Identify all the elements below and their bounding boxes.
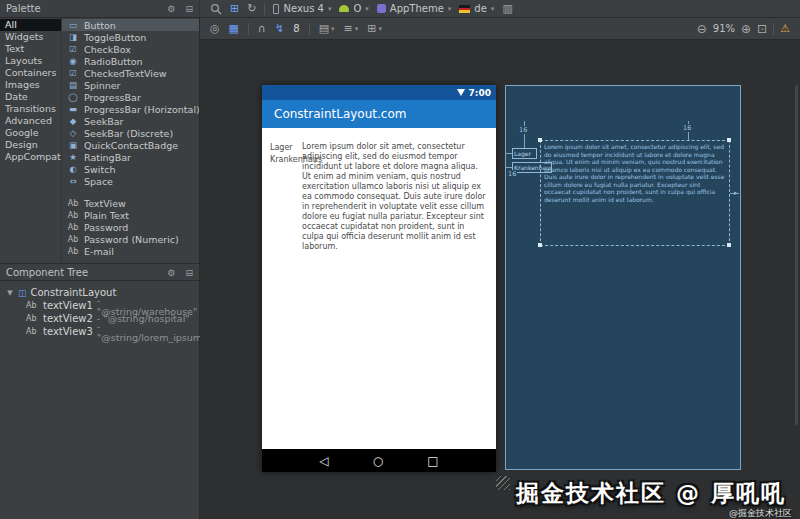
palette-widget-email[interactable]: Ab E-mail — [62, 245, 199, 257]
design-view-phone[interactable]: 7:00 ConstraintLayout.com Lager Krankenh… — [262, 85, 496, 472]
theme-selector[interactable]: AppTheme ▾ — [377, 3, 452, 14]
pack-menu[interactable]: ⊞ ▾ — [367, 23, 382, 34]
component-tree-hide-icon[interactable]: ⊟ — [185, 268, 193, 278]
palette-title: Palette — [6, 3, 41, 14]
design-options-toolbar: ⊞ ↻ Nexus 4 ▾ O ▾ AppTheme ▾ de ▾ — [200, 0, 800, 17]
palette-category-containers[interactable]: Containers — [0, 67, 61, 79]
widget-label: Button — [84, 20, 116, 31]
back-icon[interactable]: ◁ — [319, 455, 328, 467]
palette-widget-spinner[interactable]: ▤ Spinner — [62, 79, 199, 91]
zoom-in-icon[interactable]: ⊕ — [741, 22, 751, 36]
palette-category-appcompat[interactable]: AppCompat — [0, 151, 61, 163]
magnet-icon[interactable]: ∩ — [258, 23, 266, 34]
watermark-subtext: @掘金技术社区 — [729, 507, 792, 519]
palette-widget-progressbar[interactable]: ◯ ProgressBar — [62, 91, 199, 103]
chevron-down-icon: ▾ — [491, 5, 495, 13]
widget-label: RatingBar — [84, 152, 131, 163]
constraintlayout-icon: ◫ — [18, 288, 27, 298]
component-tree: ▼ ◫ ConstraintLayout Ab textView1 - "@st… — [0, 281, 199, 338]
palette-widget-ratingbar[interactable]: ★ RatingBar — [62, 151, 199, 163]
recents-icon[interactable]: □ — [427, 455, 438, 467]
palette-widget-quickcontactbadge[interactable]: ▣ QuickContactBadge — [62, 139, 199, 151]
palette-group-gap — [62, 187, 199, 197]
layout-variant-icon[interactable]: ▥ — [502, 3, 512, 14]
margin-label-top-right: 16 — [682, 124, 692, 132]
palette-categories: All Widgets Text Layouts Containers Imag… — [0, 18, 62, 263]
blueprint-textview-warehouse[interactable]: Lager — [512, 148, 537, 159]
default-margin-value[interactable]: 8 — [293, 23, 299, 34]
palette-minimize-icon[interactable]: ⊟ — [185, 4, 193, 14]
status-time: 7:00 — [469, 88, 491, 98]
warnings-icon[interactable]: ⚠ — [780, 22, 790, 35]
blueprint-view[interactable]: 16 16 16 ▸ Lager Krankenhaus Lorem ipsum… — [505, 85, 741, 470]
tree-node-textview1[interactable]: Ab textView1 - "@string/warehouse" — [6, 299, 199, 312]
align-menu[interactable]: ≡ ▾ — [344, 23, 359, 34]
textview-warehouse[interactable]: Lager — [270, 143, 293, 152]
palette-category-transitions[interactable]: Transitions — [0, 103, 61, 115]
widget-label: CheckedTextView — [84, 68, 167, 79]
palette-widget-checkbox[interactable]: ☑ CheckBox — [62, 43, 199, 55]
orientation-icon[interactable]: ↻ — [247, 3, 256, 14]
palette-widget-textview[interactable]: Ab TextView — [62, 197, 199, 209]
palette-category-design[interactable]: Design — [0, 139, 61, 151]
palette-widget-password[interactable]: Ab Password — [62, 221, 199, 233]
search-icon[interactable] — [210, 3, 222, 15]
palette-widget-space[interactable]: ⇔ Space — [62, 175, 199, 187]
guidelines-menu[interactable]: ▤ ▾ — [319, 23, 335, 34]
palette-widget-radiobutton[interactable]: ◉ RadioButton — [62, 55, 199, 67]
palette-widget-seekbar[interactable]: ◆ SeekBar — [62, 115, 199, 127]
widget-label: Spinner — [84, 80, 121, 91]
palette-category-all[interactable]: All — [0, 19, 61, 31]
radiobutton-icon: ◉ — [66, 56, 80, 66]
app-bar: ConstraintLayout.com — [262, 100, 496, 128]
tree-node-textview3[interactable]: Ab textView3 - "@string/lorem_ipsum" — [6, 325, 199, 338]
design-surface-icon[interactable]: ⊞ — [230, 3, 239, 14]
palette-widget-togglebutton[interactable]: ◨ ToggleButton — [62, 31, 199, 43]
zoom-to-fit-icon[interactable]: ⊡ — [757, 22, 767, 36]
locale-label: de — [474, 3, 487, 14]
palette-widget-switch[interactable]: ◐ Switch — [62, 163, 199, 175]
zoom-out-icon[interactable]: ⊖ — [697, 22, 707, 36]
selection-handle[interactable] — [538, 243, 542, 247]
device-selector[interactable]: Nexus 4 ▾ — [273, 3, 331, 14]
blueprint-textview-lorem[interactable]: Lorem ipsum dolor sit amet, consectetur … — [540, 140, 730, 246]
palette-widget-list: ▭ Button ◨ ToggleButton ☑ CheckBox ◉ Rad… — [62, 18, 199, 263]
palette-category-date[interactable]: Date — [0, 91, 61, 103]
palette-category-advanced[interactable]: Advanced — [0, 115, 61, 127]
guidelines-icon: ▤ — [319, 23, 329, 34]
component-tree-gear-icon[interactable]: ⚙ — [167, 268, 175, 278]
tree-expand-icon[interactable]: ▼ — [6, 289, 14, 297]
palette-widget-password-numeric[interactable]: Ab Password (Numeric) — [62, 233, 199, 245]
autoconnect-icon[interactable]: ↯ — [275, 23, 284, 34]
palette-widget-checkedtextview[interactable]: ☑ CheckedTextView — [62, 67, 199, 79]
widget-label: Password — [84, 222, 128, 233]
selection-handle[interactable] — [727, 243, 731, 247]
api-level-selector[interactable]: O ▾ — [339, 3, 368, 14]
palette-category-images[interactable]: Images — [0, 79, 61, 91]
resize-grip[interactable] — [496, 476, 510, 490]
widget-label: ProgressBar (Horizontal) — [84, 104, 199, 115]
design-canvas[interactable]: 7:00 ConstraintLayout.com Lager Krankenh… — [200, 40, 800, 519]
german-flag-icon — [459, 5, 470, 13]
palette-category-google[interactable]: Google — [0, 127, 61, 139]
password-icon: Ab — [66, 223, 80, 232]
palette-category-layouts[interactable]: Layouts — [0, 55, 61, 67]
vertical-scrollbar[interactable] — [795, 85, 798, 425]
plain-text-icon: Ab — [66, 211, 80, 220]
toolbar-separator — [309, 23, 310, 35]
home-icon[interactable]: ○ — [373, 455, 383, 467]
palette-category-widgets[interactable]: Widgets — [0, 31, 61, 43]
view-options-icon[interactable]: ◎ — [210, 23, 220, 34]
palette-widget-seekbar-discrete[interactable]: ◇ SeekBar (Discrete) — [62, 127, 199, 139]
palette-widget-progressbar-horizontal[interactable]: ▬ ProgressBar (Horizontal) — [62, 103, 199, 115]
widget-label: QuickContactBadge — [84, 140, 178, 151]
textview-lorem-ipsum[interactable]: Lorem ipsum dolor sit amet, consectetur … — [302, 142, 488, 252]
surface-toggle-icon[interactable]: ▦ — [229, 23, 239, 34]
palette-widget-button[interactable]: ▭ Button — [62, 19, 199, 31]
selection-handle[interactable] — [727, 138, 731, 142]
palette-gear-icon[interactable]: ⚙ — [167, 4, 175, 14]
selection-handle[interactable] — [538, 138, 542, 142]
palette-widget-plain-text[interactable]: Ab Plain Text — [62, 209, 199, 221]
palette-category-text[interactable]: Text — [0, 43, 61, 55]
locale-selector[interactable]: de ▾ — [459, 3, 494, 14]
